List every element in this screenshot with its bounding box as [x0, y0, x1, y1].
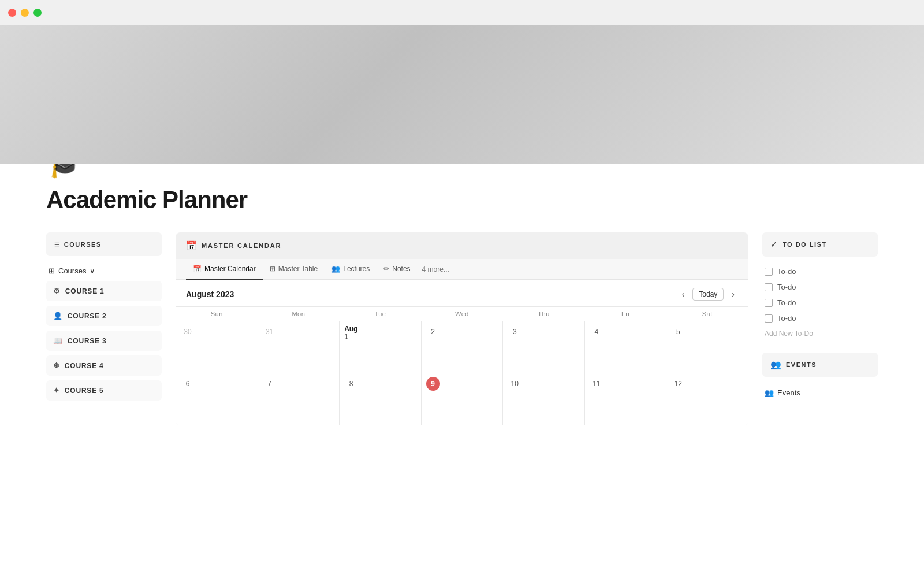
tab-master-calendar-label: Master Calendar — [204, 265, 256, 273]
course-5-icon: ✦ — [53, 386, 60, 395]
events-section-header: 👥 EVENTS — [762, 353, 878, 377]
left-column: ≡ COURSES ⊞ Courses ∨ ⚙ COURSE 1 👤 COURS… — [46, 232, 162, 405]
cal-cell-6[interactable]: 6 — [176, 373, 258, 425]
cal-cell-31[interactable]: 31 — [258, 321, 340, 373]
page-title: Academic Planner — [46, 186, 878, 214]
course-item-5[interactable]: ✦ COURSE 5 — [46, 380, 162, 401]
middle-column: 📅 MASTER CALENDAR 📅 Master Calendar ⊞ Ma… — [176, 232, 748, 425]
date-5: 5 — [671, 325, 685, 339]
courses-link-icon: ⊞ — [49, 266, 55, 275]
maximize-button[interactable] — [33, 9, 42, 17]
calendar-header-bar: 📅 MASTER CALENDAR — [176, 232, 748, 259]
cal-cell-11[interactable]: 11 — [584, 373, 666, 425]
todo-item-2[interactable]: To-do — [762, 279, 878, 295]
courses-link-label: Courses — [58, 266, 86, 275]
add-todo-button[interactable]: Add New To-Do — [762, 326, 878, 341]
todo-label-2: To-do — [777, 283, 796, 291]
tab-master-table-label: Master Table — [278, 265, 318, 273]
date-9: 9 — [426, 377, 440, 391]
course-item-3[interactable]: 📖 COURSE 3 — [46, 331, 162, 351]
events-header-label: EVENTS — [786, 361, 817, 368]
cal-cell-4[interactable]: 4 — [584, 321, 666, 373]
courses-chevron-icon: ∨ — [90, 266, 95, 275]
calendar-section: 📅 MASTER CALENDAR 📅 Master Calendar ⊞ Ma… — [176, 232, 748, 425]
course-item-1[interactable]: ⚙ COURSE 1 — [46, 281, 162, 301]
right-column: ✓ TO DO LIST To-do To-do To-do To — [762, 232, 878, 402]
calendar-today-button[interactable]: Today — [692, 288, 724, 301]
cal-cell-2[interactable]: 2 — [421, 321, 503, 373]
date-11: 11 — [590, 377, 603, 391]
todo-header-icon: ✓ — [770, 239, 778, 250]
day-header-tue: Tue — [340, 307, 422, 321]
calendar-week-1: 30 31 Aug 1 2 3 4 5 — [176, 321, 748, 373]
course-2-label: COURSE 2 — [68, 312, 107, 320]
calendar-prev-button[interactable]: ‹ — [679, 288, 688, 300]
todo-item-3[interactable]: To-do — [762, 295, 878, 310]
tab-notes-icon: ✏ — [383, 265, 389, 273]
date-3: 3 — [508, 325, 521, 339]
tab-notes[interactable]: ✏ Notes — [377, 259, 417, 280]
todo-header-label: TO DO LIST — [783, 241, 827, 248]
course-item-4[interactable]: ❄ COURSE 4 — [46, 355, 162, 376]
day-header-fri: Fri — [584, 307, 666, 321]
cal-cell-3[interactable]: 3 — [503, 321, 585, 373]
cal-cell-aug1[interactable]: Aug 1 — [340, 321, 422, 373]
course-1-label: COURSE 1 — [65, 287, 105, 295]
calendar-header-icon: 📅 — [186, 240, 197, 251]
courses-link[interactable]: ⊞ Courses ∨ — [46, 263, 162, 281]
cal-cell-7[interactable]: 7 — [258, 373, 340, 425]
cal-cell-5[interactable]: 5 — [666, 321, 748, 373]
todo-checkbox-4[interactable] — [765, 314, 773, 323]
todo-checkbox-2[interactable] — [765, 283, 773, 291]
cal-cell-30[interactable]: 30 — [176, 321, 258, 373]
calendar-week-2: 6 7 8 9 10 11 12 — [176, 373, 748, 425]
course-item-2[interactable]: 👤 COURSE 2 — [46, 306, 162, 326]
tab-master-calendar[interactable]: 📅 Master Calendar — [186, 259, 263, 280]
todo-checkbox-3[interactable] — [765, 299, 773, 307]
day-header-thu: Thu — [503, 307, 585, 321]
day-header-mon: Mon — [258, 307, 340, 321]
calendar-body: August 2023 ‹ Today › Sun Mon Tue — [176, 280, 748, 425]
calendar-grid: Sun Mon Tue Wed Thu Fri Sat 30 — [176, 306, 748, 425]
course-2-icon: 👤 — [53, 312, 63, 320]
main-layout: ≡ COURSES ⊞ Courses ∨ ⚙ COURSE 1 👤 COURS… — [46, 232, 878, 425]
tab-lectures[interactable]: 👥 Lectures — [325, 259, 377, 280]
events-link[interactable]: 👥 Events — [762, 384, 878, 402]
tab-master-calendar-icon: 📅 — [193, 265, 202, 273]
date-4: 4 — [590, 325, 603, 339]
tab-more[interactable]: 4 more... — [418, 260, 454, 279]
course-4-icon: ❄ — [53, 361, 60, 370]
todo-section-header: ✓ TO DO LIST — [762, 232, 878, 257]
course-5-label: COURSE 5 — [65, 387, 104, 395]
minimize-button[interactable] — [21, 9, 29, 17]
todo-checkbox-1[interactable] — [765, 268, 773, 276]
date-6: 6 — [181, 377, 195, 391]
tab-notes-label: Notes — [392, 265, 410, 273]
day-header-sat: Sat — [666, 307, 748, 321]
cal-cell-12[interactable]: 12 — [666, 373, 748, 425]
calendar-next-button[interactable]: › — [728, 288, 738, 300]
courses-section-header: ≡ COURSES — [46, 232, 162, 256]
todo-label-1: To-do — [777, 267, 796, 276]
todo-item-1[interactable]: To-do — [762, 264, 878, 279]
hero-banner — [0, 25, 924, 164]
date-10: 10 — [508, 377, 521, 391]
close-button[interactable] — [8, 9, 16, 17]
calendar-month-label: August 2023 — [186, 290, 234, 299]
events-header-icon: 👥 — [770, 360, 781, 370]
calendar-header-title: MASTER CALENDAR — [202, 242, 281, 249]
tab-master-table[interactable]: ⊞ Master Table — [263, 259, 325, 280]
events-link-icon: 👥 — [765, 388, 774, 397]
date-31: 31 — [263, 325, 277, 339]
date-30: 30 — [181, 325, 195, 339]
todo-item-4[interactable]: To-do — [762, 310, 878, 326]
cal-cell-10[interactable]: 10 — [503, 373, 585, 425]
course-3-label: COURSE 3 — [68, 337, 107, 345]
todo-section: ✓ TO DO LIST To-do To-do To-do To — [762, 232, 878, 341]
date-7: 7 — [263, 377, 277, 391]
tab-master-table-icon: ⊞ — [270, 265, 275, 273]
date-12: 12 — [671, 377, 685, 391]
cal-cell-9[interactable]: 9 — [421, 373, 503, 425]
page-content: 🎓 Academic Planner ≡ COURSES ⊞ Courses ∨… — [0, 147, 924, 449]
cal-cell-8[interactable]: 8 — [340, 373, 422, 425]
